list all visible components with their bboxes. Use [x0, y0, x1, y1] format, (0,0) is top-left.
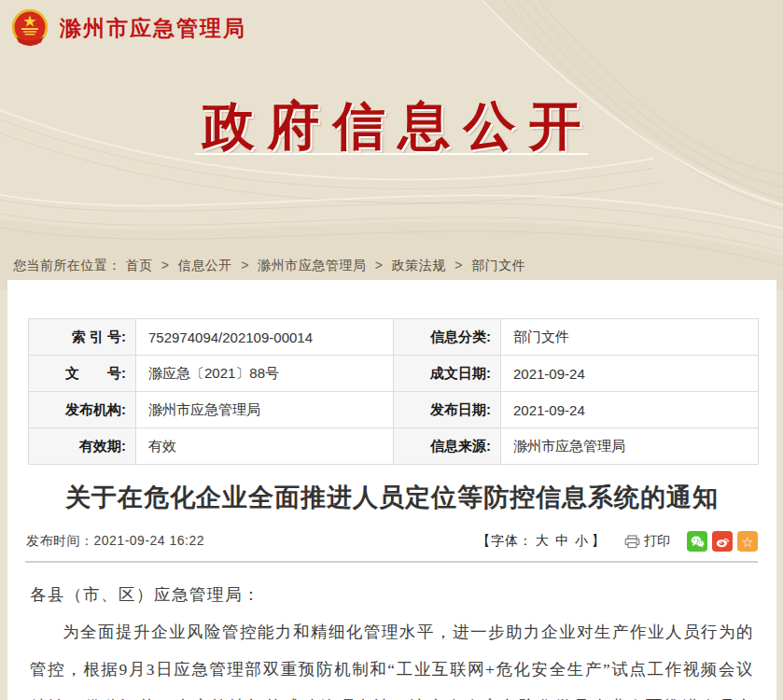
- table-row: 发布机构: 滁州市应急管理局 发布日期: 2021-09-24: [29, 392, 759, 428]
- info-label-issuing-agency: 发布机构:: [29, 392, 136, 428]
- content-panel: 索 引 号: 752974094/202109-00014 信息分类: 部门文件…: [7, 280, 776, 700]
- breadcrumb-item-bureau[interactable]: 滁州市应急管理局: [258, 258, 366, 273]
- info-value-doc-number: 滁应急〔2021〕88号: [136, 356, 394, 392]
- info-value-issuing-agency: 滁州市应急管理局: [136, 392, 394, 428]
- weibo-icon: [716, 536, 730, 548]
- table-row: 索 引 号: 752974094/202109-00014 信息分类: 部门文件: [29, 319, 759, 356]
- info-label-written-date: 成文日期:: [394, 356, 501, 392]
- publish-time: 发布时间：2021-09-24 16:22: [26, 533, 204, 550]
- info-value-category: 部门文件: [501, 319, 759, 356]
- publish-time-value: 2021-09-24 16:22: [94, 533, 205, 548]
- font-size-medium-button[interactable]: 中: [555, 533, 569, 548]
- site-header: 滁州市应急管理局: [9, 7, 246, 49]
- favorite-star-button[interactable]: ☆: [737, 531, 758, 552]
- info-label-validity: 有效期:: [29, 428, 136, 465]
- share-buttons: ☆: [687, 531, 758, 552]
- info-value-validity: 有效: [136, 428, 394, 465]
- article-meta-row: 发布时间：2021-09-24 16:22 【字体：大中小】 打印: [26, 529, 758, 553]
- national-emblem-logo: [9, 7, 50, 49]
- info-label-category: 信息分类:: [394, 319, 501, 356]
- breadcrumb-prefix: 您当前所在位置：: [13, 258, 121, 273]
- info-value-index-number: 752974094/202109-00014: [136, 319, 394, 356]
- weibo-share-button[interactable]: [712, 531, 733, 552]
- font-size-bracket-close: 】: [592, 533, 606, 548]
- font-size-large-button[interactable]: 大: [536, 533, 550, 548]
- info-label-source: 信息来源:: [394, 428, 501, 465]
- breadcrumb-separator: >: [375, 258, 384, 273]
- info-label-index-number: 索 引 号:: [29, 319, 136, 356]
- breadcrumb-separator: >: [241, 258, 249, 273]
- info-value-publish-date: 2021-09-24: [501, 392, 759, 428]
- banner-title: 政府信息公开: [0, 91, 783, 162]
- content-divider: [25, 561, 758, 563]
- font-size-control: 【字体：大中小】: [477, 533, 606, 550]
- print-button[interactable]: 打印: [624, 533, 670, 550]
- wechat-icon: [691, 536, 705, 548]
- info-label-publish-date: 发布日期:: [394, 392, 501, 428]
- print-label: 打印: [644, 533, 670, 550]
- breadcrumb-separator: >: [161, 258, 170, 273]
- article-paragraph: 为全面提升企业风险管控能力和精细化管理水平，进一步助力企业对生产作业人员行为的管…: [30, 613, 754, 700]
- printer-icon: [624, 535, 640, 549]
- table-row: 文 号: 滁应急〔2021〕88号 成文日期: 2021-09-24: [29, 356, 759, 392]
- info-label-doc-number: 文 号:: [29, 356, 136, 392]
- breadcrumb-item-policies[interactable]: 政策法规: [392, 258, 446, 273]
- publish-time-label: 发布时间：: [26, 533, 94, 548]
- site-title: 滁州市应急管理局: [60, 14, 246, 43]
- wechat-share-button[interactable]: [687, 531, 707, 552]
- article-body: 各县（市、区）应急管理局： 为全面提升企业风险管控能力和精细化管理水平，进一步助…: [30, 576, 754, 700]
- font-size-bracket-open: 【字体：: [477, 533, 533, 548]
- document-title: 关于在危化企业全面推进人员定位等防控信息系统的通知: [7, 481, 776, 514]
- banner-underline: [195, 153, 588, 155]
- table-row: 有效期: 有效 信息来源: 滁州市应急管理局: [29, 428, 759, 465]
- breadcrumb-separator: >: [454, 258, 463, 273]
- breadcrumb-item-info-disclosure[interactable]: 信息公开: [178, 258, 232, 273]
- article-salutation: 各县（市、区）应急管理局：: [30, 576, 754, 613]
- page-banner: 滁州市应急管理局 政府信息公开 您当前所在位置： 首页 > 信息公开 > 滁州市…: [0, 0, 783, 280]
- font-size-small-button[interactable]: 小: [575, 533, 589, 548]
- info-value-source: 滁州市应急管理局: [501, 428, 759, 465]
- breadcrumb: 您当前所在位置： 首页 > 信息公开 > 滁州市应急管理局 > 政策法规 > 部…: [13, 258, 525, 274]
- star-icon: ☆: [741, 535, 753, 549]
- breadcrumb-item-dept-docs[interactable]: 部门文件: [471, 258, 525, 273]
- article-toolbar: 【字体：大中小】 打印: [477, 531, 758, 552]
- document-info-table: 索 引 号: 752974094/202109-00014 信息分类: 部门文件…: [28, 318, 759, 465]
- info-value-written-date: 2021-09-24: [501, 356, 759, 392]
- breadcrumb-item-home[interactable]: 首页: [125, 258, 152, 273]
